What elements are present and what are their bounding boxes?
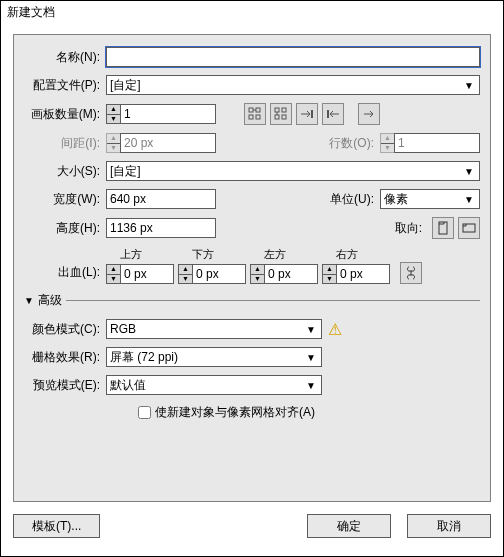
spacing-input [120, 133, 216, 153]
bleed-bottom-stepper[interactable]: ▲▼ [178, 264, 192, 284]
svg-rect-5 [282, 108, 286, 112]
name-label: 名称(N): [24, 49, 106, 66]
chevron-down-icon: ▼ [304, 324, 318, 335]
align-pixel-label: 使新建对象与像素网格对齐(A) [155, 404, 315, 421]
cancel-button[interactable]: 取消 [407, 514, 491, 538]
cols-input [394, 133, 480, 153]
bleed-left-hdr: 左方 [250, 247, 318, 262]
svg-rect-11 [463, 224, 475, 232]
arrange-ltr-icon[interactable] [296, 103, 318, 125]
colormode-select[interactable]: RGB ▼ [106, 319, 322, 339]
chevron-down-icon: ▼ [462, 194, 476, 205]
spacing-stepper: ▲▼ [106, 133, 120, 153]
raster-label: 栅格效果(R): [24, 349, 106, 366]
colormode-label: 颜色模式(C): [24, 321, 106, 338]
artboards-label: 画板数量(M): [24, 106, 106, 123]
height-input[interactable] [106, 218, 216, 238]
raster-value: 屏幕 (72 ppi) [110, 349, 178, 366]
size-label: 大小(S): [24, 163, 106, 180]
svg-rect-2 [249, 115, 253, 119]
chevron-down-icon: ▼ [304, 352, 318, 363]
template-button[interactable]: 模板(T)... [13, 514, 100, 538]
bleed-bottom-hdr: 下方 [178, 247, 246, 262]
svg-rect-3 [256, 115, 260, 119]
link-bleed-icon[interactable] [400, 262, 422, 284]
window-title: 新建文档 [1, 1, 503, 24]
raster-select[interactable]: 屏幕 (72 ppi) ▼ [106, 347, 322, 367]
bleed-label: 出血(L): [24, 264, 106, 284]
advanced-toggle-icon[interactable]: ▼ [24, 295, 34, 306]
size-value: [自定] [110, 163, 141, 180]
arrange-right-icon[interactable] [358, 103, 380, 125]
warning-icon: ⚠ [328, 320, 342, 339]
svg-rect-0 [249, 108, 253, 112]
chevron-down-icon: ▼ [462, 80, 476, 91]
svg-rect-8 [311, 110, 313, 118]
units-value: 像素 [384, 191, 408, 208]
width-label: 宽度(W): [24, 191, 106, 208]
orient-portrait-icon[interactable] [432, 217, 454, 239]
grid-by-col-icon[interactable] [270, 103, 292, 125]
bleed-left-input[interactable] [264, 264, 318, 284]
colormode-value: RGB [110, 322, 136, 336]
orient-label: 取向: [388, 220, 428, 237]
arrange-rtl-icon[interactable] [322, 103, 344, 125]
svg-rect-1 [256, 108, 260, 112]
preview-value: 默认值 [110, 377, 146, 394]
preview-label: 预览模式(E): [24, 377, 106, 394]
bleed-bottom-input[interactable] [192, 264, 246, 284]
name-input[interactable] [106, 47, 480, 67]
bleed-right-stepper[interactable]: ▲▼ [322, 264, 336, 284]
cols-label: 行数(O): [320, 135, 380, 152]
profile-label: 配置文件(P): [24, 77, 106, 94]
bleed-right-input[interactable] [336, 264, 390, 284]
align-pixel-checkbox[interactable] [138, 406, 151, 419]
profile-select[interactable]: [自定] ▼ [106, 75, 480, 95]
width-input[interactable] [106, 189, 216, 209]
bleed-left-stepper[interactable]: ▲▼ [250, 264, 264, 284]
profile-value: [自定] [110, 77, 141, 94]
advanced-label: 高级 [38, 292, 62, 309]
artboards-input[interactable] [120, 104, 216, 124]
height-label: 高度(H): [24, 220, 106, 237]
cols-stepper: ▲▼ [380, 133, 394, 153]
units-select[interactable]: 像素 ▼ [380, 189, 480, 209]
artboards-stepper[interactable]: ▲▼ [106, 104, 120, 124]
ok-button[interactable]: 确定 [307, 514, 391, 538]
units-label: 单位(U): [320, 191, 380, 208]
bleed-right-hdr: 右方 [322, 247, 390, 262]
grid-by-row-icon[interactable] [244, 103, 266, 125]
spacing-label: 间距(I): [24, 135, 106, 152]
divider [66, 300, 480, 301]
chevron-down-icon: ▼ [304, 380, 318, 391]
svg-rect-4 [275, 108, 279, 112]
chevron-down-icon: ▼ [462, 166, 476, 177]
orient-landscape-icon[interactable] [458, 217, 480, 239]
svg-rect-9 [327, 110, 329, 118]
preview-select[interactable]: 默认值 ▼ [106, 375, 322, 395]
bleed-top-hdr: 上方 [106, 247, 174, 262]
bleed-top-stepper[interactable]: ▲▼ [106, 264, 120, 284]
size-select[interactable]: [自定] ▼ [106, 161, 480, 181]
svg-rect-7 [282, 115, 286, 119]
svg-rect-6 [275, 115, 279, 119]
bleed-top-input[interactable] [120, 264, 174, 284]
